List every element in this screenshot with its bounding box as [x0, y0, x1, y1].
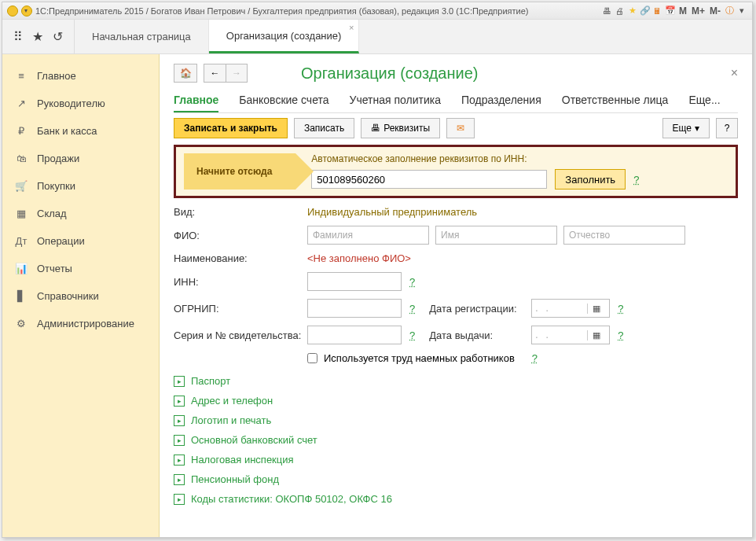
expand-icon: ▸	[174, 376, 185, 387]
help-link[interactable]: ?	[409, 276, 415, 288]
ogrnip-field[interactable]	[307, 299, 402, 318]
calc-icon[interactable]: 🖩	[652, 6, 663, 17]
email-button[interactable]: ✉	[446, 118, 475, 138]
sidebar-item-reports[interactable]: 📊Отчеты	[2, 255, 159, 282]
toolbar-row: ⠿ ★ ↺ Начальная страница Организация (со…	[2, 20, 752, 54]
tab-start-page[interactable]: Начальная страница	[75, 20, 209, 53]
m-plus-button[interactable]: M+	[690, 6, 706, 17]
help-link[interactable]: ?	[409, 303, 415, 315]
sidebar-item-label: Отчеты	[37, 263, 72, 274]
m-minus-button[interactable]: M-	[708, 6, 722, 17]
subtabs: Главное Банковские счета Учетная политик…	[174, 89, 738, 113]
help-link[interactable]: ?	[532, 352, 538, 364]
subtab-persons[interactable]: Ответственные лица	[562, 89, 669, 112]
star-icon[interactable]: ★	[627, 6, 638, 17]
surname-input[interactable]	[307, 226, 429, 245]
calendar-icon[interactable]: ▦	[587, 330, 604, 340]
tab-label: Начальная страница	[92, 31, 191, 42]
subtab-accounting-policy[interactable]: Учетная политика	[350, 89, 441, 112]
subtab-departments[interactable]: Подразделения	[461, 89, 541, 112]
sidebar-item-sales[interactable]: 🛍Продажи	[2, 145, 159, 172]
inn-field[interactable]	[307, 272, 402, 291]
calendar-icon[interactable]: 📅	[665, 6, 676, 17]
expander-tax[interactable]: ▸Налоговая инспекция	[174, 454, 738, 466]
home-button[interactable]: 🏠	[174, 64, 197, 83]
m-button[interactable]: M	[677, 6, 688, 17]
printer-icon[interactable]: 🖨	[615, 6, 626, 17]
expand-icon: ▸	[174, 474, 185, 485]
save-close-button[interactable]: Записать и закрыть	[174, 118, 288, 138]
subtab-main[interactable]: Главное	[174, 89, 218, 112]
sidebar-item-admin[interactable]: ⚙Администрирование	[2, 310, 159, 337]
subtab-more[interactable]: Еще...	[688, 89, 720, 112]
cart-icon: 🛒	[15, 180, 28, 192]
issue-date-label: Дата выдачи:	[429, 329, 531, 341]
name-value: <Не заполнено ФИО>	[307, 252, 411, 264]
print-icon[interactable]: 🖶	[602, 6, 613, 17]
expander-bank[interactable]: ▸Основной банковский счет	[174, 434, 738, 446]
fill-button[interactable]: Заполнить	[555, 169, 626, 190]
sidebar-item-manager[interactable]: ↗Руководителю	[2, 90, 159, 117]
help-link[interactable]: ?	[633, 174, 639, 186]
app-dropdown-icon[interactable]	[21, 6, 32, 17]
sidebar-item-directories[interactable]: ▋Справочники	[2, 282, 159, 310]
help-link[interactable]: ?	[618, 329, 623, 341]
sidebar-item-warehouse[interactable]: ▦Склад	[2, 200, 159, 227]
expander-address[interactable]: ▸Адрес и телефон	[174, 395, 738, 407]
chart-icon: ↗	[15, 98, 28, 109]
back-button[interactable]: ←	[204, 64, 226, 83]
workers-label: Используется труд наемных работников	[324, 352, 515, 364]
expand-icon: ▸	[174, 396, 185, 407]
history-icon[interactable]: ↺	[53, 29, 63, 44]
issue-date-input[interactable]: ▦	[531, 326, 610, 344]
expander-passport[interactable]: ▸Паспорт	[174, 375, 738, 387]
link-icon[interactable]: 🔗	[640, 6, 651, 17]
apps-icon[interactable]: ⠿	[13, 29, 23, 44]
dt-icon: Дт	[15, 235, 28, 247]
sidebar-item-operations[interactable]: ДтОперации	[2, 227, 159, 255]
reg-date-field[interactable]	[532, 300, 587, 317]
sidebar-item-purchases[interactable]: 🛒Покупки	[2, 172, 159, 200]
sidebar-item-main[interactable]: ≡Главное	[2, 62, 159, 90]
help-link[interactable]: ?	[618, 303, 623, 315]
reg-date-label: Дата регистрации:	[429, 303, 531, 315]
close-page-button[interactable]: ×	[731, 66, 738, 80]
patronymic-input[interactable]	[563, 226, 685, 245]
inn-input[interactable]	[311, 170, 547, 189]
forward-button[interactable]: →	[226, 64, 248, 83]
sidebar-item-label: Склад	[37, 208, 67, 219]
sidebar-item-bank[interactable]: ₽Банк и касса	[2, 117, 159, 145]
favorites-icon[interactable]: ★	[32, 29, 43, 44]
subtab-bank-accounts[interactable]: Банковские счета	[239, 89, 328, 112]
help-button[interactable]: ?	[716, 118, 738, 138]
expand-icon: ▸	[174, 415, 185, 426]
sidebar: ≡Главное ↗Руководителю ₽Банк и касса 🛍Пр…	[2, 54, 160, 537]
tab-organization[interactable]: Организация (создание) ×	[209, 20, 360, 53]
name-input[interactable]	[435, 226, 557, 245]
expander-pension[interactable]: ▸Пенсионный фонд	[174, 473, 738, 485]
sidebar-item-label: Операции	[37, 235, 85, 247]
more-button[interactable]: Еще ▾	[662, 118, 710, 138]
save-button[interactable]: Записать	[294, 118, 354, 138]
auto-fill-label: Автоматическое заполнение реквизитов по …	[311, 153, 728, 164]
inn-label: ИНН:	[174, 276, 307, 288]
sidebar-item-label: Продажи	[37, 153, 79, 164]
calendar-icon[interactable]: ▦	[587, 304, 604, 314]
issue-date-field[interactable]	[532, 326, 587, 344]
help-link[interactable]: ?	[409, 329, 415, 341]
info-icon[interactable]: ⓘ	[724, 6, 735, 17]
expander-logo[interactable]: ▸Логотип и печать	[174, 414, 738, 426]
list-icon: ≡	[15, 70, 28, 82]
close-icon[interactable]: ×	[349, 23, 354, 32]
series-field[interactable]	[307, 326, 402, 344]
gear-icon: ⚙	[15, 318, 28, 329]
sidebar-item-label: Главное	[37, 70, 76, 82]
requisites-button[interactable]: 🖶Реквизиты	[361, 118, 440, 138]
start-here-arrow: Начните отсюда	[184, 153, 295, 190]
ruble-icon: ₽	[15, 125, 28, 137]
reg-date-input[interactable]: ▦	[531, 299, 610, 318]
ogrnip-label: ОГРНИП:	[174, 303, 307, 315]
info-dropdown-icon[interactable]: ▾	[736, 6, 747, 17]
workers-checkbox[interactable]	[307, 353, 317, 363]
expander-stats[interactable]: ▸Коды статистики: ОКОПФ 50102, ОКФС 16	[174, 493, 738, 505]
